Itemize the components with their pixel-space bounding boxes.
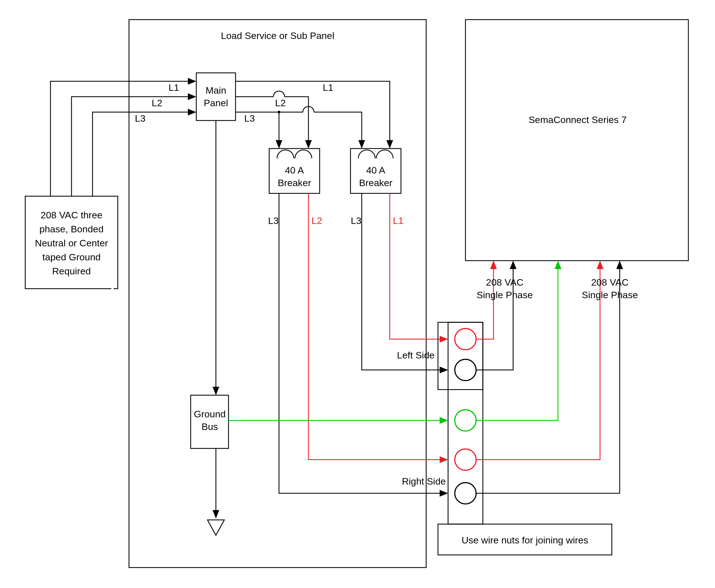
label-b2-l3: L3 [351, 215, 362, 226]
wire-l3-to-b1 [236, 112, 279, 143]
arrow-l1-in [188, 78, 196, 85]
ground-bus-label-1: Ground [194, 408, 225, 419]
wire-b1-l3 [279, 193, 443, 493]
arrow-b2-l3 [440, 366, 448, 373]
wire-l2-hop [273, 91, 285, 97]
source-l4: taped Ground [42, 252, 101, 262]
wirenuts-note: Use wire nuts for joining wires [462, 535, 588, 545]
label-l1-in: L1 [168, 82, 179, 93]
left-side-label: Left Side [397, 350, 435, 360]
arrow-b1-l2 [440, 456, 448, 463]
arrow-l2-b1 [305, 140, 312, 149]
phase2-l2: Single Phase [582, 290, 638, 300]
arrow-l1-b2 [386, 140, 393, 149]
arrow-nut1-up [490, 261, 497, 269]
semaconnect-box [466, 20, 688, 261]
label-l1-out: L1 [323, 82, 333, 93]
source-l5: Required [52, 266, 91, 276]
source-l2: phase, Bonded [40, 224, 104, 234]
main-panel-label-2: Panel [204, 98, 228, 108]
main-panel-label-1: Main [206, 85, 226, 96]
wire-l2-in [72, 97, 191, 196]
arrow-groundbus-earth [212, 510, 219, 519]
arrow-l3-b2 [358, 140, 365, 149]
right-side-label: Right Side [402, 476, 446, 486]
arrow-nut5-up [616, 261, 623, 269]
wiring-diagram: Load Service or Sub Panel SemaConnect Se… [0, 0, 715, 588]
arrow-l3-in [188, 109, 196, 115]
source-l3: Neutral or Center [35, 238, 108, 248]
ground-bus-label-2: Bus [202, 421, 218, 432]
label-l2-out: L2 [275, 98, 286, 108]
label-b1-l2: L2 [311, 215, 322, 226]
wirenut-1-red [455, 329, 476, 350]
label-l3-out: L3 [244, 113, 255, 124]
phase1-l2: Single Phase [477, 290, 533, 300]
label-b2-l1: L1 [393, 215, 404, 226]
label-l2-in: L2 [152, 98, 162, 108]
arrow-nut3-up [555, 261, 561, 269]
wirenut-3-green [455, 410, 476, 431]
main-panel-box [196, 73, 236, 121]
arrow-l3-b1 [275, 140, 282, 149]
arrow-ground-green [440, 417, 448, 424]
wirenut-2-black [455, 359, 476, 381]
arrow-nut4-up [597, 261, 604, 269]
terminal-strip [448, 322, 483, 524]
label-b1-l3: L3 [268, 215, 279, 226]
wire-l3-in [93, 112, 191, 196]
wirenut-5-black [455, 483, 476, 504]
arrow-l2-in [188, 93, 196, 100]
wirenut-4-red [455, 449, 476, 470]
breaker-1-amps: 40 A [285, 165, 304, 175]
breaker-2-amps: 40 A [366, 165, 385, 175]
label-l3-in: L3 [135, 113, 145, 124]
arrow-panel-groundbus [212, 387, 219, 395]
panel-title: Load Service or Sub Panel [221, 30, 334, 41]
breaker-2-label: Breaker [359, 177, 392, 188]
wire-b1-l2 [308, 193, 443, 460]
svg-rect-2 [111, 287, 114, 525]
phase1-l1: 208 VAC [486, 277, 524, 288]
arrow-nut2-up [510, 261, 516, 269]
arrow-b2-l1 [440, 336, 448, 342]
semaconnect-title: SemaConnect Series 7 [529, 114, 627, 125]
wire-l2b [285, 97, 308, 143]
arrow-b1-l3 [440, 490, 448, 497]
wire-l3-branch-b [314, 112, 362, 143]
source-l1: 208 VAC three [41, 210, 103, 220]
ground-symbol [207, 520, 224, 535]
breaker-1-label: Breaker [278, 177, 311, 188]
phase2-l1: 208 VAC [591, 277, 629, 288]
